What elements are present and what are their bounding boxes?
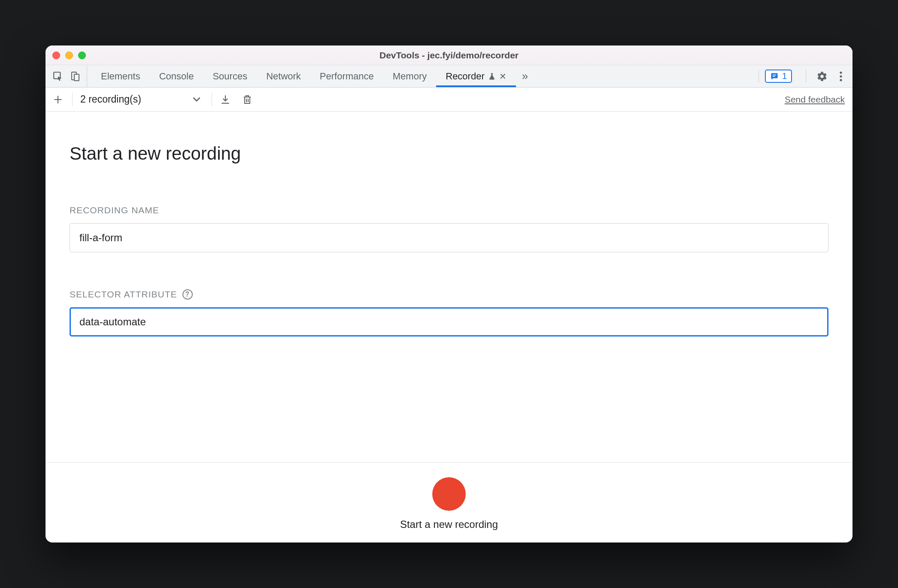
divider	[758, 70, 759, 83]
tab-close-icon[interactable]: ✕	[499, 71, 507, 82]
selector-attribute-label: SELECTOR ATTRIBUTE ?	[70, 289, 828, 300]
tab-label: Memory	[393, 71, 427, 82]
recorder-footer: Start a new recording	[46, 462, 852, 543]
help-icon[interactable]: ?	[182, 289, 193, 300]
window-close-button[interactable]	[52, 52, 60, 59]
divider	[72, 93, 73, 106]
svg-point-7	[840, 79, 842, 81]
send-feedback-link[interactable]: Send feedback	[785, 94, 845, 105]
message-icon	[770, 72, 779, 81]
window-zoom-button[interactable]	[78, 52, 86, 59]
window-minimize-button[interactable]	[65, 52, 73, 59]
tabstrip-right-cluster: 1	[752, 65, 852, 87]
window-titlebar: DevTools - jec.fyi/demo/recorder	[46, 45, 852, 65]
chevron-down-icon	[193, 97, 200, 102]
recordings-dropdown[interactable]: 2 recording(s)	[80, 94, 204, 105]
tab-label: Network	[266, 71, 301, 82]
tab-elements[interactable]: Elements	[91, 65, 150, 87]
more-tabs-button[interactable]: »	[516, 65, 534, 87]
export-button[interactable]	[220, 94, 231, 105]
inspect-toolbar	[50, 65, 87, 87]
new-recording-button[interactable]	[52, 93, 64, 106]
field-label-text: SELECTOR ATTRIBUTE	[70, 289, 177, 300]
start-recording-label: Start a new recording	[400, 518, 498, 530]
tab-console[interactable]: Console	[150, 65, 203, 87]
recordings-count-label: 2 recording(s)	[80, 94, 141, 105]
tab-label: Performance	[320, 71, 374, 82]
window-title: DevTools - jec.fyi/demo/recorder	[46, 50, 852, 61]
tab-network[interactable]: Network	[257, 65, 310, 87]
svg-rect-3	[773, 74, 776, 75]
divider	[806, 70, 806, 83]
recorder-toolbar: 2 recording(s)	[46, 88, 852, 112]
page-title: Start a new recording	[70, 143, 828, 164]
tab-memory[interactable]: Memory	[383, 65, 436, 87]
issues-badge[interactable]: 1	[765, 70, 792, 83]
recording-name-field-group: RECORDING NAME	[70, 205, 828, 252]
svg-point-5	[840, 71, 842, 73]
recorder-content: Start a new recording RECORDING NAME SEL…	[46, 112, 852, 543]
devtools-tabstrip: Elements Console Sources Network Perform…	[46, 65, 852, 88]
recording-name-label: RECORDING NAME	[70, 205, 828, 215]
tab-label: Elements	[101, 71, 140, 82]
chevrons-right-icon: »	[522, 70, 528, 83]
new-recording-form: Start a new recording RECORDING NAME SEL…	[46, 112, 852, 462]
divider	[212, 93, 212, 106]
flask-icon	[488, 72, 496, 81]
settings-button[interactable]	[816, 71, 828, 82]
tab-sources[interactable]: Sources	[203, 65, 257, 87]
field-label-text: RECORDING NAME	[70, 205, 159, 215]
recording-name-input[interactable]	[70, 223, 828, 252]
svg-rect-4	[773, 76, 775, 77]
selector-attribute-input[interactable]	[70, 307, 828, 336]
tab-label: Recorder	[446, 71, 484, 82]
svg-rect-2	[74, 74, 79, 81]
inspect-element-icon[interactable]	[52, 71, 64, 82]
issues-count: 1	[782, 71, 787, 81]
tab-performance[interactable]: Performance	[310, 65, 383, 87]
tab-recorder[interactable]: Recorder ✕	[436, 65, 516, 87]
start-recording-button[interactable]	[432, 477, 466, 511]
devtools-window: DevTools - jec.fyi/demo/recorder	[46, 45, 852, 543]
tab-label: Sources	[212, 71, 247, 82]
svg-point-6	[840, 75, 842, 77]
delete-button[interactable]	[242, 94, 252, 105]
device-mode-icon[interactable]	[70, 71, 81, 82]
kebab-menu-button[interactable]	[835, 71, 846, 82]
selector-attribute-field-group: SELECTOR ATTRIBUTE ?	[70, 289, 828, 336]
tab-label: Console	[159, 71, 194, 82]
window-traffic-lights	[52, 52, 86, 59]
